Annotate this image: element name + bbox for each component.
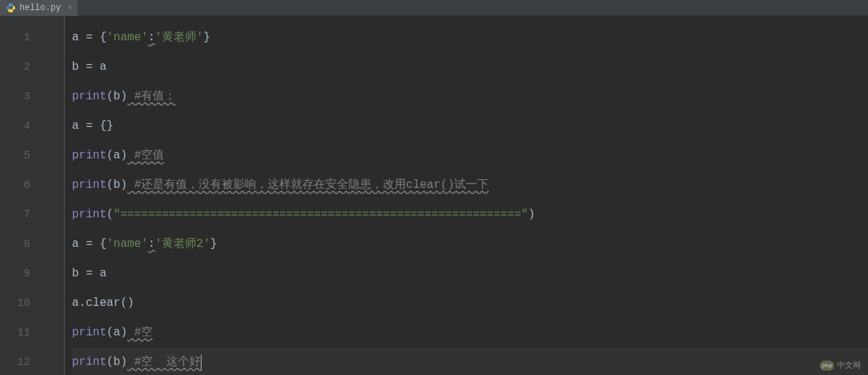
line-number: 10 [0,289,30,318]
code-line: print(b) #还是有值，没有被影响，这样就存在安全隐患，改用clear()… [72,171,868,200]
watermark-logo: php [820,361,834,371]
code-line: print(a) #空 [72,318,868,348]
python-file-icon [6,3,16,13]
code-line: print(b) #有值； [72,82,868,112]
svg-point-0 [9,4,10,4]
svg-point-1 [12,11,12,12]
code-line: b = a [72,259,868,289]
text-cursor [201,355,202,371]
line-number: 11 [0,318,30,348]
code-line: a = {} [72,112,868,141]
code-line: a.clear() [72,289,868,318]
code-line: print("=================================… [72,200,868,230]
line-number: 3 [0,82,30,112]
line-number: 5 [0,141,30,171]
tab-filename: hello.py [19,3,61,13]
code-line: b = a [72,53,868,82]
code-line: a = {'name':'黄老师2'} [72,230,868,259]
close-icon[interactable]: × [68,4,73,12]
line-number: 12 [0,348,30,375]
watermark-text: 中文网 [837,360,861,371]
line-number: 6 [0,171,30,200]
line-number: 7 [0,200,30,230]
code-line: print(a) #空值 [72,141,868,171]
code-line-current: print(b) #空 这个好 [72,348,868,375]
file-tab[interactable]: hello.py × [0,0,78,16]
code-line: a = {'name':'黄老师'} [72,23,868,53]
code-area[interactable]: a = {'name':'黄老师'} b = a print(b) #有值； a… [65,16,868,375]
line-number: 9 [0,259,30,289]
line-number: 8 [0,230,30,259]
editor: 1 2 3 4 5 6 7 8 9 10 11 12 a = {'name':'… [0,16,868,375]
gutter-separator [43,16,65,375]
line-number: 1 [0,23,30,53]
line-number: 2 [0,53,30,82]
line-number: 4 [0,112,30,141]
line-gutter: 1 2 3 4 5 6 7 8 9 10 11 12 [0,16,43,375]
watermark: php 中文网 [820,360,861,371]
tab-bar: hello.py × [0,0,868,16]
